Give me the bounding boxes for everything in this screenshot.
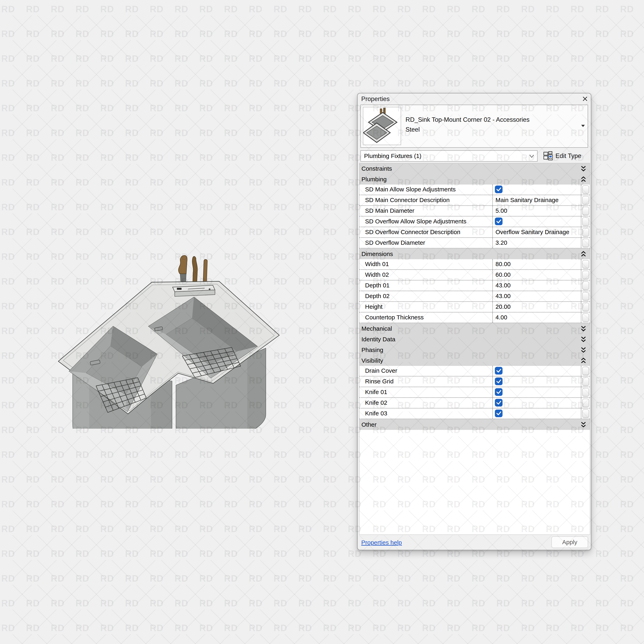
property-value[interactable]: 3.20 [495,238,507,248]
associate-parameter-button[interactable] [582,281,589,290]
associate-parameter-button[interactable] [582,367,589,375]
watermark-text: RD [1,424,15,435]
checkbox-checked[interactable] [495,410,503,417]
edit-type-button[interactable]: Edit Type [543,150,588,162]
watermark-text: RD [496,53,510,64]
watermark-text: RD [472,573,485,584]
watermark-text: RD [75,548,89,559]
section-header-mechanical[interactable]: Mechanical [359,323,590,334]
watermark-x-pattern [359,560,378,579]
apply-button[interactable]: Apply [551,536,588,548]
watermark-text: RD [422,598,436,609]
close-icon[interactable] [582,96,588,102]
property-value[interactable]: Main Sanitary Drainage [495,195,559,205]
watermark-x-pattern [235,114,255,134]
property-value[interactable]: 60.00 [495,270,511,280]
checkbox-checked[interactable] [495,218,503,225]
watermark-x-pattern [260,40,279,59]
watermark-text: RD [273,202,287,213]
watermark-text: RD [75,103,89,114]
watermark-text: RD [51,103,64,114]
watermark-text: RD [125,449,139,460]
watermark-x-pattern [310,40,329,59]
associate-parameter-button[interactable] [582,207,589,215]
watermark-x-pattern [37,65,57,84]
watermark-text: RD [125,474,139,485]
type-dropdown-arrow-icon[interactable] [581,124,585,127]
watermark-text: RD [1,251,15,262]
watermark-x-pattern [37,535,57,554]
associate-parameter-button[interactable] [582,388,589,396]
section-header-dimensions[interactable]: Dimensions [359,249,590,259]
type-selector[interactable]: RD_Sink Top-Mount Corner 02 - Accessorie… [360,105,588,148]
properties-help-link[interactable]: Properties help [361,539,402,546]
associate-parameter-button[interactable] [582,217,589,226]
associate-parameter-cell [581,206,590,216]
associate-parameter-button[interactable] [582,196,589,204]
watermark-x-pattern [310,263,329,282]
associate-parameter-cell [581,302,590,312]
checkbox-checked[interactable] [495,186,503,193]
watermark-text: RD [521,573,535,584]
associate-parameter-button[interactable] [582,303,589,311]
checkbox-checked[interactable] [495,399,503,407]
section-header-other[interactable]: Other [359,419,590,430]
watermark-text: RD [373,53,386,64]
watermark-x-pattern [37,634,57,644]
filter-combobox[interactable]: Plumbing Fixtures (1) [360,150,538,162]
watermark-text: RD [249,474,262,485]
property-value[interactable]: 43.00 [495,291,511,301]
watermark-x-pattern [607,40,626,59]
watermark-text: RD [1,449,15,460]
property-value[interactable]: 43.00 [495,281,511,290]
watermark-x-pattern [557,65,576,84]
watermark-text: RD [397,573,411,584]
watermark-text: RD [521,53,535,64]
watermark-x-pattern [409,15,428,35]
checkbox-checked[interactable] [495,367,503,375]
associate-parameter-button[interactable] [582,377,589,386]
property-value[interactable]: 20.00 [495,302,511,312]
property-value[interactable]: Overflow Sanitary Drainage [495,227,569,237]
watermark-x-pattern [87,40,106,59]
associate-parameter-button[interactable] [582,313,589,322]
section-header-phasing[interactable]: Phasing [359,345,590,355]
section-header-identity-data[interactable]: Identity Data [359,334,590,345]
watermark-text: RD [224,4,238,14]
section-header-visibility[interactable]: Visibility [359,355,590,366]
property-value[interactable]: 80.00 [495,259,511,269]
watermark-text: RD [373,598,386,609]
associate-parameter-button[interactable] [582,185,589,194]
watermark-x-pattern [607,486,626,505]
property-value[interactable]: 4.00 [495,313,507,322]
watermark-text: RD [571,28,584,39]
watermark-text: RD [323,152,337,163]
chevron-double-up-icon [580,357,587,365]
watermark-text: RD [199,474,213,485]
sink-3d-model[interactable] [24,227,306,429]
watermark-x-pattern [631,238,644,257]
associate-parameter-button[interactable] [582,239,589,247]
associate-parameter-button[interactable] [582,228,589,236]
section-header-plumbing[interactable]: Plumbing [359,174,590,185]
watermark-text: RD [422,28,436,39]
watermark-text: RD [571,598,584,609]
associate-parameter-button[interactable] [582,271,589,279]
watermark-text: RD [174,622,188,633]
section-header-constraints[interactable]: Constraints [359,163,590,174]
associate-parameter-button[interactable] [582,292,589,300]
property-value[interactable]: 5.00 [495,206,507,216]
watermark-text: RD [1,325,15,336]
checkbox-checked[interactable] [495,388,503,396]
associate-parameter-button[interactable] [582,409,589,418]
watermark-text: RD [26,127,40,138]
associate-parameter-button[interactable] [582,399,589,407]
watermark-x-pattern [37,560,57,579]
watermark-text: RD [298,152,312,163]
checkbox-checked[interactable] [495,378,503,385]
associate-parameter-cell [581,195,590,205]
watermark-text: RD [1,127,15,138]
watermark-x-pattern [483,65,502,84]
associate-parameter-button[interactable] [582,260,589,268]
watermark-x-pattern [285,461,304,480]
